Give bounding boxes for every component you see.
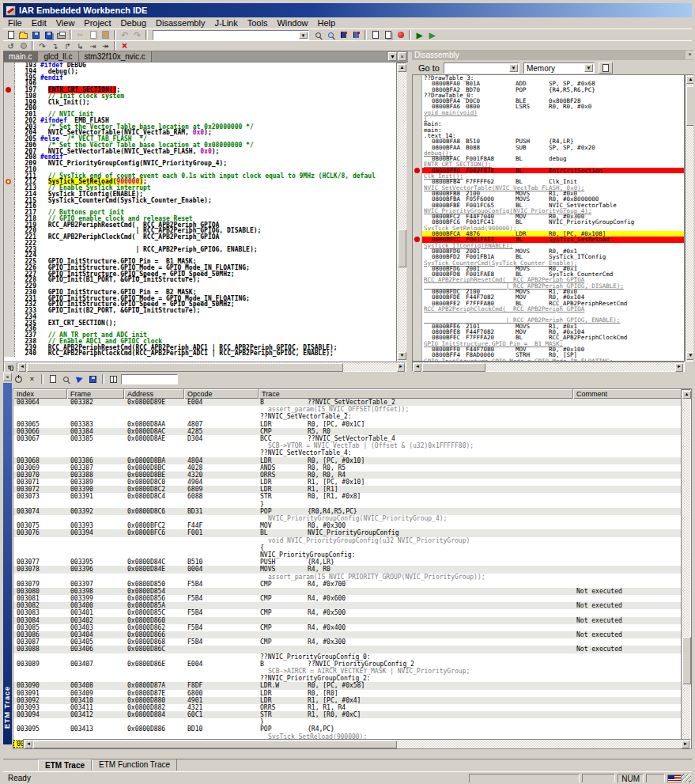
editor-gutter[interactable] (4, 81, 15, 87)
editor-gutter[interactable] (4, 332, 15, 339)
next-statement-icon[interactable]: ↳ (74, 41, 86, 51)
close-icon[interactable]: × (686, 51, 694, 59)
step-into-icon[interactable]: ↴ (49, 41, 61, 51)
find-icon[interactable] (312, 30, 324, 40)
editor-hscroll-thumb[interactable] (27, 363, 343, 372)
scroll-up-icon[interactable]: ▲ (398, 64, 406, 72)
trace-row[interactable]: 0030950034130x0800D886BD10POP{R4,PC} (13, 725, 681, 733)
editor-vscroll-thumb[interactable] (398, 229, 406, 267)
editor-gutter[interactable] (4, 350, 15, 357)
disassembly-hscroll-thumb[interactable] (422, 363, 485, 372)
menu-edit[interactable]: Edit (27, 17, 51, 28)
toggle-bookmark-icon[interactable] (338, 30, 349, 40)
trace-row[interactable]: 0030650033830x0800D8AA4807LDRR0, [PC, #0… (13, 421, 681, 428)
breakpoint-icon[interactable] (414, 237, 420, 242)
trace-filter-input[interactable] (121, 374, 178, 384)
trace-row[interactable]: 0030720033900x0800D8C26809LDRR1, [R1] (13, 486, 681, 493)
memory-window-icon[interactable] (599, 62, 613, 74)
editor-gutter[interactable] (4, 283, 15, 290)
trace-row[interactable]: 0030830034010x0800D85CF5B4CMPR4, #0x500 (13, 609, 681, 616)
download-and-debug-icon[interactable]: ▶ (414, 30, 425, 40)
trace-row[interactable]: NVIC_PriorityGroupConfig(NVIC_PriorityGr… (13, 515, 681, 522)
editor-gutter[interactable] (4, 179, 15, 185)
trace-row[interactable]: 0030670033850x0800D8AED304BCC??NVIC_SetV… (13, 435, 681, 442)
trace-row[interactable]: 0030640033820x0800D89EE004B??NVIC_SetVec… (13, 399, 681, 406)
close-icon[interactable]: × (3, 373, 12, 381)
undo-icon[interactable]: ↶ (119, 30, 130, 40)
disassembly-line[interactable]: main: (422, 127, 684, 133)
trace-row[interactable]: assert_param(IS_NVIC_OFFSET(Offset)); (13, 406, 681, 413)
source-line[interactable]: 215 SysTick_CounterCmd(SysTick_Counter_E… (4, 198, 396, 204)
disassembly-title-bar[interactable]: Disassembly × (412, 50, 695, 60)
trace-row[interactable]: void NVIC_PriorityGroupConfig(u32 NVIC_P… (13, 537, 681, 544)
source-line[interactable]: 195#endif (4, 75, 396, 81)
editor-gutter[interactable] (4, 345, 15, 351)
breakpoint-icon[interactable] (6, 87, 11, 93)
disassembly-line[interactable]: main: (422, 121, 684, 127)
editor-gutter[interactable] (4, 210, 15, 216)
scroll-left-icon[interactable]: ◄ (18, 363, 26, 372)
editor-gutter[interactable] (4, 118, 15, 124)
disassembly-code[interactable]: ??DrawTable_3:0800BFA0B01AADDSP, SP, #0x… (422, 75, 684, 361)
edit-columns-icon[interactable] (108, 374, 119, 384)
save-all-icon[interactable] (43, 30, 55, 40)
disassembly-gutter[interactable] (413, 75, 422, 361)
menu-project[interactable]: Project (79, 17, 115, 28)
editor-gutter[interactable] (4, 234, 15, 241)
chevron-down-icon[interactable]: ▼ (299, 32, 308, 39)
tab-etm-function-trace[interactable]: ETM Function Trace (92, 759, 177, 771)
editor-gutter[interactable] (4, 87, 15, 93)
trace-vertical-title-bar[interactable]: ETM Trace (3, 383, 12, 744)
disassembly-horizontal-scrollbar[interactable]: ◄ ► (412, 362, 685, 372)
column-header-index[interactable]: Index (13, 389, 67, 399)
menu-view[interactable]: View (51, 17, 80, 28)
scroll-right-icon[interactable]: ► (682, 740, 689, 748)
trace-row[interactable]: 0030760033940x0800BFC6F001BLNVIC_Priorit… (13, 529, 681, 536)
disassembly-line[interactable]: void main(void) (422, 110, 684, 116)
open-file-icon[interactable] (17, 30, 29, 40)
source-line[interactable]: 209 NVIC_PriorityGroupConfig(NVIC_Priori… (4, 161, 396, 167)
save-trace-icon[interactable] (87, 374, 99, 384)
column-header-opcode[interactable]: Opcode (184, 389, 259, 399)
chevron-down-icon[interactable]: ▼ (584, 64, 593, 72)
trace-row[interactable]: ??NVIC_PriorityGroupConfig_2: (13, 675, 681, 682)
editor-gutter[interactable] (4, 185, 15, 191)
editor-gutter[interactable] (4, 252, 15, 259)
trace-row[interactable]: 0030790033970x0800D850F5B4CMPR4, #0x700 (13, 581, 681, 588)
editor-gutter[interactable] (4, 228, 15, 234)
trace-row[interactable]: 0030700033880x0800D8BE4320ORRSR0, R0, R4 (13, 472, 681, 479)
editor-gutter[interactable] (4, 161, 15, 167)
editor-gutter[interactable] (4, 320, 15, 327)
paste-icon[interactable] (100, 30, 111, 40)
source-line[interactable]: 228 GPIO_Init(B1_PORT, &GPIO_InitStructu… (4, 277, 396, 283)
find-next-icon[interactable] (325, 30, 337, 40)
scroll-up-icon[interactable]: ▲ (686, 76, 695, 84)
editor-tab-glcdllc[interactable]: glcd_ll.c (38, 51, 78, 62)
trace-row[interactable]: 0030750033930x0800BFC2F44FMOVR0, #0x300 (13, 522, 681, 529)
scroll-down-icon[interactable]: ▼ (398, 352, 406, 360)
scroll-right-icon[interactable]: ► (397, 363, 405, 372)
disassembly-line[interactable]: { (422, 116, 684, 121)
trace-vertical-scrollbar[interactable]: ▲ ▼ (681, 389, 691, 748)
editor-gutter[interactable] (4, 308, 15, 314)
menu-disassembly[interactable]: Disassembly (151, 17, 210, 28)
editor-horizontal-scrollbar[interactable]: f() ◄ ► (3, 362, 406, 372)
new-document-icon[interactable] (5, 30, 17, 40)
next-bookmark-icon[interactable] (350, 30, 362, 40)
editor-close-button[interactable]: × (398, 52, 406, 61)
trace-row[interactable]: 0030930034110x0800D8824321ORRSR1, R1, R4 (13, 704, 681, 711)
compile-icon[interactable] (369, 30, 381, 40)
trace-row[interactable]: 0030740033920x0800D8C6BD31POP{R0,R4,R5,P… (13, 508, 681, 515)
editor-gutter[interactable] (4, 216, 15, 222)
break-icon[interactable] (17, 41, 29, 51)
editor-gutter[interactable] (4, 130, 15, 136)
editor-gutter[interactable] (4, 75, 15, 81)
trace-row[interactable]: } (13, 501, 681, 508)
tab-etm-trace[interactable]: ETM Trace (38, 759, 92, 771)
trace-row[interactable]: 0030940034120x0800D88460C1STRR1, [R0, #0… (13, 711, 681, 718)
source-code-view[interactable]: 193#ifdef DEBUG194 debug();195#endif1961… (3, 62, 396, 362)
editor-menu-button[interactable]: ▼ (388, 52, 397, 61)
editor-gutter[interactable] (4, 93, 15, 100)
editor-gutter[interactable] (4, 241, 15, 247)
editor-gutter[interactable] (4, 69, 15, 75)
